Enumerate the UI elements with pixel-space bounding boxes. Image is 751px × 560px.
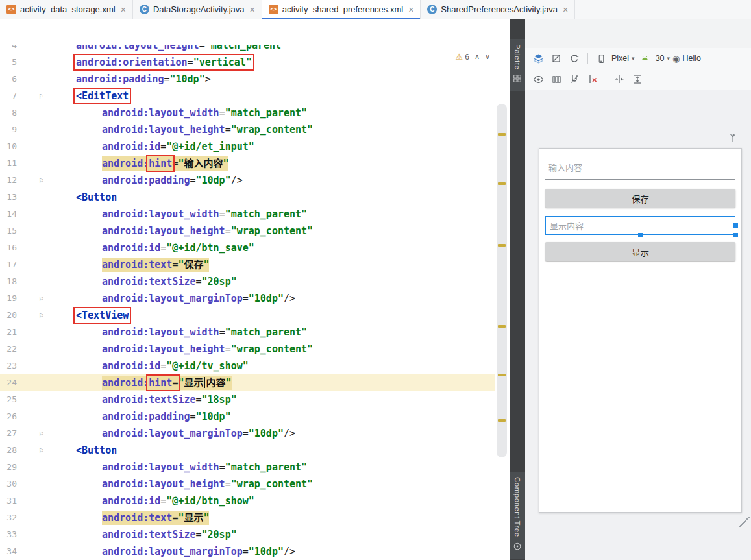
code-line[interactable]: 27⚐android:layout_marginTop="10dp"/> [0, 425, 495, 442]
orientation-icon[interactable] [567, 51, 582, 66]
device-preview[interactable]: 输入内容 保存 显示内容 显示 [539, 148, 742, 513]
code-line[interactable]: 18android:textSize="20sp" [0, 273, 495, 290]
next-issue-button[interactable]: ∨ [485, 53, 490, 61]
code-line[interactable]: 21android:layout_width="match_parent" [0, 324, 495, 341]
theme-selector[interactable]: ◉ Hello [672, 54, 701, 64]
gutter-flag-icon[interactable]: ⚐ [39, 426, 43, 441]
stripe-warning-mark[interactable] [498, 244, 506, 247]
component-tree-tool-tab[interactable]: Component Tree [510, 472, 525, 559]
gutter: ⚐ [17, 172, 51, 189]
device-selector[interactable]: Pixel ▾ [593, 51, 635, 66]
view-options-eye-icon[interactable] [530, 71, 546, 87]
code-line[interactable]: 32android:text="显示" [0, 509, 495, 526]
close-icon[interactable]: × [250, 5, 255, 14]
tab-activity-shared-preferences[interactable]: <> activity_shared_preferences.xml × [262, 0, 421, 19]
code-line[interactable]: 5android:orientation="vertical" [0, 54, 495, 71]
gutter-flag-icon[interactable]: ⚐ [39, 308, 43, 323]
design-surface-icon[interactable] [530, 51, 546, 66]
autoconnect-off-magnet-icon[interactable] [567, 71, 582, 87]
stripe-warning-mark[interactable] [498, 374, 506, 376]
code-line[interactable]: 34android:layout_marginTop="10dp"/> [0, 543, 495, 560]
line-number: 13 [0, 189, 17, 206]
gutter-flag-icon[interactable]: ⚐ [39, 443, 43, 457]
preview-show-button[interactable]: 显示 [545, 242, 735, 261]
scrollbar-thumb[interactable] [497, 104, 507, 457]
preview-edittext[interactable]: 输入内容 [545, 155, 735, 180]
code-line[interactable]: 16android:id="@+id/btn_save" [0, 239, 495, 256]
palette-tool-tab[interactable]: Palette [510, 39, 525, 91]
design-canvas[interactable]: 输入内容 保存 显示内容 显示 [525, 90, 751, 560]
code-line[interactable]: 24android:hint="显示内容" [0, 374, 495, 391]
line-number: 7 [0, 88, 17, 104]
align-horizontal-center-icon[interactable] [611, 71, 627, 87]
api-selector[interactable]: 30 ▾ [637, 51, 670, 66]
code-line[interactable]: 31android:id="@+id/btn_show" [0, 493, 495, 509]
warning-icon: ⚠ [456, 52, 463, 62]
gutter [17, 37, 51, 54]
resize-handle[interactable] [739, 517, 750, 527]
code-line[interactable]: 28⚐<Button [0, 442, 495, 459]
error-stripe[interactable] [495, 19, 510, 560]
tab-data-storage-activity[interactable]: C DataStorageActivity.java × [133, 0, 262, 19]
preview-textview-selected[interactable]: 显示内容 [545, 216, 735, 235]
code-line[interactable]: 22android:layout_height="wrap_content" [0, 341, 495, 358]
code-line[interactable]: 20⚐<TextView [0, 307, 495, 324]
selection-handle-bottom[interactable] [638, 233, 643, 237]
tab-activity-data-storage[interactable]: <> activity_data_storage.xml × [0, 0, 133, 19]
code-line[interactable]: 8android:layout_width="match_parent" [0, 104, 495, 121]
tab-label: activity_data_storage.xml [20, 5, 116, 14]
line-number: 17 [0, 256, 17, 273]
stripe-warning-mark[interactable] [498, 419, 506, 422]
phone-icon [593, 51, 609, 66]
android-icon [637, 51, 653, 66]
tab-shared-preferences-activity[interactable]: C SharedPreferencesActivity.java × [421, 0, 575, 19]
code-line[interactable]: 17android:text="保存" [0, 256, 495, 273]
code-line[interactable]: 30android:layout_height="wrap_content" [0, 476, 495, 493]
warning-count[interactable]: 6 [465, 53, 469, 62]
code-line[interactable]: 10android:id="@+id/et_input" [0, 138, 495, 155]
code-line[interactable]: 33android:textSize="20sp" [0, 526, 495, 543]
code-line[interactable]: 13<Button [0, 189, 495, 206]
device-label: Pixel [611, 54, 629, 63]
code-line[interactable]: 19⚐android:layout_marginTop="10dp"/> [0, 290, 495, 307]
code-line[interactable]: 11android:hint="输入内容" [0, 155, 495, 172]
gutter-flag-icon[interactable]: ⚐ [39, 291, 43, 306]
code-line[interactable]: 4android:layout_height="match_parent" [0, 37, 495, 54]
code-line[interactable]: 29android:layout_width="match_parent" [0, 459, 495, 476]
close-icon[interactable]: × [408, 5, 413, 14]
gutter: ⚐ [17, 88, 51, 104]
code-line[interactable]: 9android:layout_height="wrap_content" [0, 121, 495, 138]
expand-vertical-icon[interactable] [630, 71, 645, 87]
clear-constraints-icon[interactable] [585, 71, 600, 87]
code-editor[interactable]: 4android:layout_height="match_parent"5an… [0, 19, 510, 560]
inspections-widget[interactable]: ⚠6 ∧ ∨ [456, 52, 490, 62]
gutter [17, 526, 51, 543]
code-line[interactable]: 7⚐<EditText [0, 88, 495, 104]
pan-zoom-icon[interactable] [728, 133, 738, 146]
code-line[interactable]: 12⚐android:padding="10dp"/> [0, 172, 495, 189]
selection-handle-right[interactable] [733, 223, 738, 228]
gutter [17, 138, 51, 155]
close-icon[interactable]: × [121, 5, 126, 14]
gutter-flag-icon[interactable]: ⚐ [39, 89, 43, 103]
selection-handle-bottom-right[interactable] [733, 233, 738, 237]
stripe-warning-mark[interactable] [498, 325, 506, 328]
grid-columns-icon[interactable] [548, 71, 564, 87]
code-line[interactable]: 25android:textSize="18sp" [0, 391, 495, 408]
preview-save-button[interactable]: 保存 [545, 189, 735, 208]
gutter [17, 71, 51, 88]
code-line[interactable]: 26android:padding="10dp" [0, 408, 495, 425]
code-line[interactable]: 15android:layout_height="wrap_content" [0, 223, 495, 239]
stripe-warning-mark[interactable] [498, 182, 506, 185]
code-line[interactable]: 6android:padding="10dp"> [0, 71, 495, 88]
stripe-warning-mark[interactable] [498, 133, 506, 136]
line-number: 8 [0, 104, 17, 121]
java-class-icon: C [140, 5, 149, 14]
prev-issue-button[interactable]: ∧ [474, 53, 480, 61]
code-line[interactable]: 14android:layout_width="match_parent" [0, 206, 495, 223]
close-icon[interactable]: × [563, 5, 568, 14]
gutter-flag-icon[interactable]: ⚐ [39, 173, 43, 188]
gutter [17, 374, 51, 391]
blueprint-off-icon[interactable] [548, 51, 564, 66]
code-line[interactable]: 23android:id="@+id/tv_show" [0, 358, 495, 374]
